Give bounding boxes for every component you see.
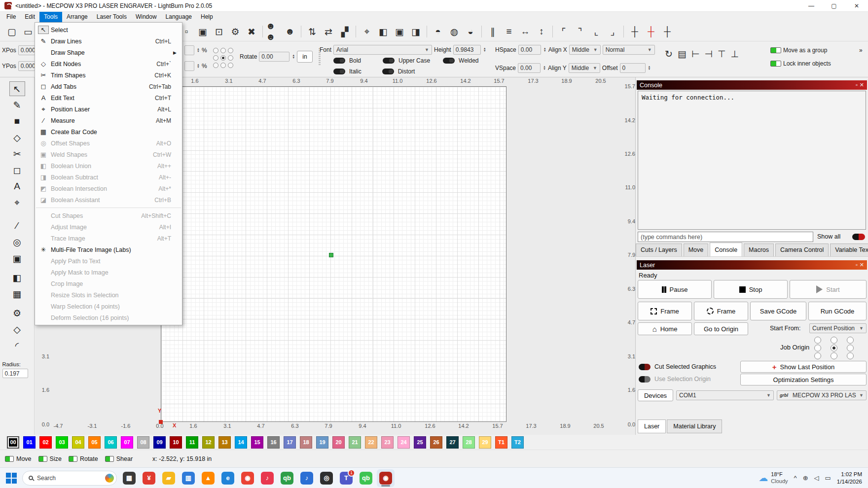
radius-corner-tool[interactable]: ◜ <box>9 338 25 353</box>
corner-top-right-icon[interactable]: ⌝ <box>572 24 588 39</box>
weather-widget[interactable]: ☁ 18°FCloudy <box>759 471 788 485</box>
align-middle-icon[interactable]: ◍ <box>446 24 462 39</box>
palette-chip[interactable]: 27 <box>446 436 459 449</box>
toolbar-icon[interactable] <box>552 26 553 37</box>
status-toggle-item[interactable]: Size <box>38 455 62 462</box>
open-file-icon[interactable]: ▭ <box>20 24 36 39</box>
palette-chip[interactable]: 20 <box>332 436 345 449</box>
tools-menu-item[interactable]: ◪ Boolean Assistant Ctrl+B <box>35 194 182 206</box>
microsoft-store-icon[interactable]: ▥ <box>180 469 197 487</box>
menu-bar-item[interactable]: Edit <box>20 12 39 22</box>
tools-menu-item[interactable]: ◻ Add Tabs Ctrl+Tab <box>35 81 182 92</box>
media-app-icon[interactable]: ♪ <box>298 469 316 487</box>
settings-icon[interactable]: ⚙ <box>227 24 243 39</box>
measure-bottom-icon[interactable]: ⊥ <box>731 48 739 60</box>
device-settings-icon[interactable]: ✖ <box>244 24 259 39</box>
teams-icon[interactable]: T 1 <box>337 469 355 487</box>
windows-start-button[interactable] <box>6 473 17 484</box>
palette-chip[interactable]: 16 <box>267 436 280 449</box>
rectangle-tool[interactable]: ■ <box>9 114 25 129</box>
menu-bar-item[interactable]: Help <box>196 12 217 22</box>
frame-circle-button[interactable]: Frame <box>694 302 748 320</box>
show-all-toggle[interactable] <box>852 234 865 240</box>
position-set-icon[interactable]: ┼ <box>659 24 675 39</box>
save-gcode-button[interactable]: Save GCode <box>750 302 806 320</box>
frame-square-button[interactable]: Frame <box>638 302 692 320</box>
status-toggle-icon[interactable] <box>69 456 77 462</box>
mirror-diagonal-icon[interactable]: ▞ <box>337 24 353 39</box>
bottom-panel-tab[interactable]: Material Library <box>667 419 722 433</box>
palette-chip[interactable]: 07 <box>121 436 133 449</box>
palette-chip[interactable]: 22 <box>365 436 377 449</box>
vspace-input[interactable]: 0.00 <box>518 63 541 73</box>
palette-chip[interactable]: 02 <box>39 436 52 449</box>
menu-bar-item[interactable]: Laser Tools <box>92 12 131 22</box>
tools-menu-item[interactable]: Crop Image <box>35 278 182 289</box>
console-command-input[interactable] <box>638 232 813 242</box>
palette-chip[interactable]: 11 <box>186 436 198 449</box>
tools-menu-item[interactable]: ◨ Boolean Subtract Alt+- <box>35 172 182 183</box>
palette-chip[interactable]: 13 <box>218 436 231 449</box>
align-center-h-icon[interactable]: ▣ <box>392 24 407 39</box>
palette-chip[interactable]: 29 <box>479 436 491 449</box>
upper-case-toggle[interactable] <box>383 58 395 64</box>
spinner-icon[interactable]: ▲▼ <box>483 47 486 52</box>
go-to-origin-button[interactable]: Go to Origin <box>694 322 748 335</box>
device-select[interactable]: grblMECPOW X3 PRO LASER EN▼ <box>777 390 867 400</box>
qbittorrent-icon[interactable]: qb <box>278 469 296 487</box>
height-percent-input[interactable] <box>184 61 194 71</box>
offset-shapes-tool[interactable]: ◎ <box>9 235 25 249</box>
devices-button[interactable]: Devices <box>638 389 673 401</box>
tools-menu-item[interactable]: ✎ Draw Lines Ctrl+L <box>35 35 182 47</box>
menu-bar-item[interactable]: Language <box>161 12 196 22</box>
align-x-select[interactable]: Middle▼ <box>569 45 601 55</box>
search-highlights-icon[interactable] <box>105 474 114 483</box>
palette-chip[interactable]: 03 <box>56 436 68 449</box>
spinner-icon[interactable]: ▲▼ <box>292 54 295 59</box>
align-top-icon[interactable]: ◓ <box>430 24 446 39</box>
tools-menu-item[interactable]: Warp Selection (4 points) <box>35 301 182 312</box>
tools-menu-item[interactable]: ∕ Measure Alt+M <box>35 115 182 126</box>
text-style-select[interactable]: Normal▼ <box>603 45 655 55</box>
start-button[interactable]: Start <box>790 280 867 299</box>
palette-chip[interactable]: 17 <box>284 436 296 449</box>
bottom-panel-tab[interactable]: Laser <box>638 419 666 433</box>
spinner-icon[interactable]: ▲▼ <box>197 64 200 69</box>
qbittorrent-light-icon[interactable]: qb <box>357 469 375 487</box>
job-origin-grid[interactable] <box>814 337 854 360</box>
vlc-icon[interactable]: ▲ <box>199 469 217 487</box>
start-from-select[interactable]: Current Position▼ <box>809 323 867 333</box>
align-bottom-icon[interactable]: ◒ <box>463 24 478 39</box>
taskbar-search[interactable]: Search <box>22 471 117 486</box>
panel-tab[interactable]: Move <box>684 244 709 256</box>
polygon-shape-tool[interactable]: ◇ <box>9 322 25 337</box>
palette-chip[interactable]: T1 <box>495 436 507 449</box>
tools-menu-item[interactable]: ↖ Select <box>35 24 182 35</box>
run-gcode-button[interactable]: Run GCode <box>808 302 867 320</box>
toolbar-icon[interactable] <box>356 26 356 37</box>
font-height-input[interactable]: 0.9843 <box>453 45 481 55</box>
chrome-icon[interactable]: ◉ <box>239 469 256 487</box>
tools-menu-item[interactable] <box>36 208 181 208</box>
hspace-input[interactable]: 0.00 <box>518 45 541 55</box>
tools-menu-item[interactable]: Apply Mask to Image <box>35 267 182 278</box>
float-panel-icon[interactable]: ▫ <box>856 82 858 88</box>
palette-chip[interactable]: 06 <box>105 436 117 449</box>
tools-menu-item[interactable]: A Edit Text Ctrl+T <box>35 92 182 104</box>
position-laser-tool[interactable]: ⌖ <box>9 195 25 210</box>
panel-tab[interactable]: Macros <box>744 244 774 256</box>
palette-chip[interactable]: 12 <box>202 436 215 449</box>
toolbar-icon[interactable] <box>301 26 301 37</box>
palette-chip[interactable]: 10 <box>170 436 182 449</box>
show-last-position-button[interactable]: +Show Last Position <box>740 361 867 373</box>
toolbar-icon[interactable] <box>427 26 427 37</box>
palette-chip[interactable]: 21 <box>349 436 361 449</box>
float-panel-icon[interactable]: ▫ <box>856 262 858 268</box>
tools-menu-item[interactable]: Trace Image Alt+T <box>35 233 182 244</box>
width-percent-input[interactable] <box>184 45 194 55</box>
distort-toggle[interactable] <box>382 69 394 74</box>
close-panel-icon[interactable]: ✕ <box>860 262 864 268</box>
tools-menu-item[interactable]: ◎ Offset Shapes Alt+O <box>35 138 182 149</box>
corner-top-left-icon[interactable]: ⌜ <box>556 24 572 39</box>
cut-selected-toggle[interactable] <box>639 364 651 370</box>
